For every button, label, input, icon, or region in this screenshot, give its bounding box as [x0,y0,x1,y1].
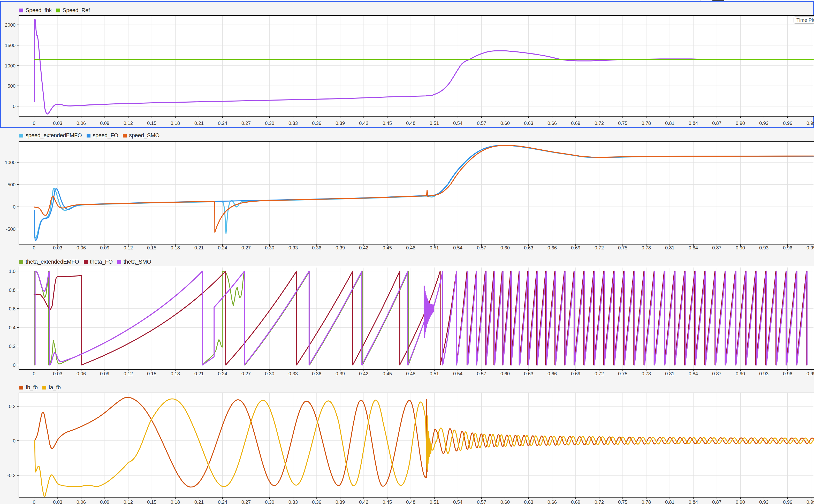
svg-text:0.87: 0.87 [712,371,721,376]
svg-text:0.06: 0.06 [77,120,86,126]
svg-text:0.51: 0.51 [430,371,439,376]
svg-text:0.48: 0.48 [406,120,415,126]
svg-text:0.27: 0.27 [241,499,251,504]
svg-text:0.81: 0.81 [665,245,674,250]
svg-text:0.54: 0.54 [453,120,462,126]
svg-text:0.63: 0.63 [524,499,533,504]
svg-text:0.42: 0.42 [359,371,368,376]
svg-text:0.21: 0.21 [194,371,204,376]
svg-text:0.4: 0.4 [9,325,16,330]
svg-text:0.72: 0.72 [595,245,604,250]
svg-text:0.66: 0.66 [547,371,557,376]
svg-text:0.60: 0.60 [500,120,510,126]
svg-text:0.24: 0.24 [218,499,227,504]
svg-text:500: 500 [7,83,16,89]
svg-text:0.03: 0.03 [53,245,62,250]
svg-text:0.84: 0.84 [689,120,698,126]
svg-text:0.69: 0.69 [571,499,580,504]
svg-text:0.96: 0.96 [783,120,792,126]
svg-text:0.6: 0.6 [9,306,16,311]
svg-text:0.60: 0.60 [500,499,510,504]
svg-text:0.96: 0.96 [783,371,792,376]
svg-text:0.03: 0.03 [53,120,62,126]
svg-text:0.30: 0.30 [265,499,274,504]
svg-text:0.42: 0.42 [359,120,368,126]
svg-text:0.24: 0.24 [218,371,227,376]
svg-text:0.09: 0.09 [100,499,109,504]
svg-text:0.03: 0.03 [53,499,62,504]
svg-text:1.0: 1.0 [9,269,16,274]
svg-text:0.45: 0.45 [383,120,392,126]
svg-text:0.33: 0.33 [288,371,298,376]
svg-text:0.90: 0.90 [736,120,745,126]
svg-text:0.36: 0.36 [312,371,321,376]
svg-text:0.18: 0.18 [171,120,180,126]
svg-text:0.39: 0.39 [336,499,345,504]
svg-text:0.75: 0.75 [618,499,627,504]
svg-text:0.57: 0.57 [477,245,486,250]
svg-text:0.39: 0.39 [336,371,345,376]
svg-text:0.21: 0.21 [194,245,204,250]
svg-text:0.81: 0.81 [665,499,674,504]
svg-text:0.45: 0.45 [383,245,392,250]
svg-text:0.18: 0.18 [171,499,180,504]
svg-text:0.99: 0.99 [807,245,814,250]
svg-text:0.12: 0.12 [124,245,133,250]
svg-text:0.78: 0.78 [642,245,651,250]
svg-text:0.81: 0.81 [665,120,674,126]
svg-text:0.57: 0.57 [477,120,486,126]
svg-text:0.42: 0.42 [359,245,368,250]
svg-text:0.30: 0.30 [265,371,274,376]
svg-text:0.06: 0.06 [77,245,86,250]
svg-text:0.15: 0.15 [147,499,156,504]
svg-text:0.33: 0.33 [288,499,298,504]
svg-text:0.87: 0.87 [712,120,721,126]
svg-text:0.72: 0.72 [595,499,604,504]
svg-text:0.18: 0.18 [171,371,180,376]
svg-text:1500: 1500 [5,43,16,48]
svg-text:0.90: 0.90 [736,371,745,376]
svg-text:0.48: 0.48 [406,371,415,376]
svg-text:0.21: 0.21 [194,499,204,504]
svg-text:0.90: 0.90 [736,245,745,250]
svg-text:0.60: 0.60 [500,245,510,250]
svg-text:0.66: 0.66 [547,120,557,126]
svg-text:0.18: 0.18 [171,245,180,250]
svg-text:-0.2: -0.2 [7,473,16,478]
svg-text:0.48: 0.48 [406,245,415,250]
svg-text:0.84: 0.84 [689,499,698,504]
svg-text:0.75: 0.75 [618,120,627,126]
svg-text:0.09: 0.09 [100,120,109,126]
svg-text:0.96: 0.96 [783,245,792,250]
svg-text:0.75: 0.75 [618,245,627,250]
svg-text:0.42: 0.42 [359,499,368,504]
svg-text:1000: 1000 [5,63,16,68]
svg-text:0.27: 0.27 [241,245,251,250]
svg-text:0.33: 0.33 [288,245,298,250]
svg-text:0.93: 0.93 [759,371,769,376]
svg-text:0.78: 0.78 [642,499,651,504]
svg-text:0.30: 0.30 [265,120,274,126]
svg-text:0.54: 0.54 [453,371,462,376]
svg-text:0.2: 0.2 [9,404,16,409]
svg-text:0: 0 [33,245,35,250]
svg-text:0.84: 0.84 [689,371,698,376]
svg-text:0.33: 0.33 [288,120,298,126]
svg-text:0.84: 0.84 [689,245,698,250]
svg-text:0: 0 [13,438,16,444]
svg-text:0.51: 0.51 [430,120,439,126]
svg-text:0.99: 0.99 [807,499,814,504]
svg-text:0.72: 0.72 [595,120,604,126]
svg-text:0: 0 [33,371,35,376]
svg-text:500: 500 [7,182,16,187]
svg-text:0.51: 0.51 [430,245,439,250]
svg-text:0.57: 0.57 [477,499,486,504]
svg-text:0.06: 0.06 [77,371,86,376]
svg-text:0.66: 0.66 [547,499,557,504]
svg-text:0.21: 0.21 [194,120,204,126]
svg-text:0.36: 0.36 [312,499,321,504]
svg-text:0.27: 0.27 [241,371,251,376]
svg-text:0.06: 0.06 [77,499,86,504]
svg-text:0: 0 [33,499,35,504]
svg-text:0.24: 0.24 [218,245,227,250]
